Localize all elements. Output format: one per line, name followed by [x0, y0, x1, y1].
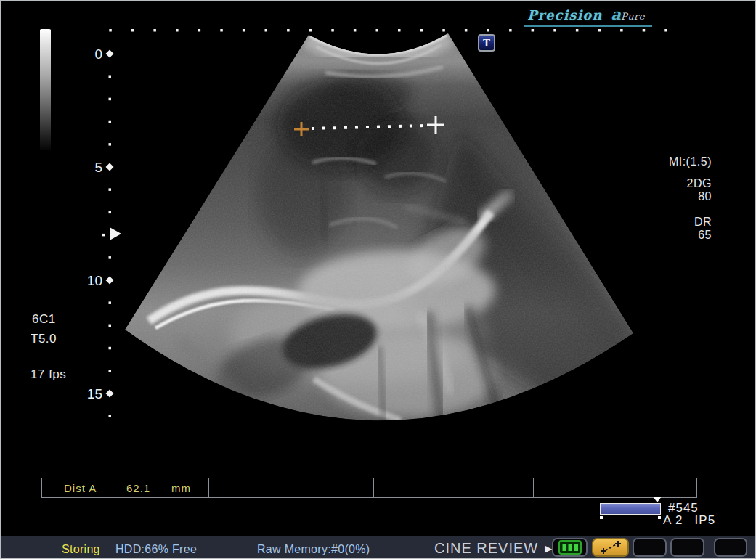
ultrasound-screen: 051015 Precision a Pure 6C1 T5.0 17 fps … — [0, 0, 756, 559]
ultrasound-image: 051015 — [1, 1, 756, 559]
cine-position-marker[interactable] — [653, 497, 662, 502]
toolbar-button-3[interactable] — [633, 538, 667, 557]
measurement-value: 62.1 — [126, 482, 171, 494]
measurement-unit: mm — [171, 482, 191, 494]
toolbar-button-4[interactable] — [670, 538, 704, 557]
thermal-index-label: T5.0 — [31, 332, 57, 346]
measurement-table: Dist A 62.1 mm — [41, 478, 697, 498]
image-annotation: A 2 IP5 — [663, 513, 715, 528]
cine-review-label: CINE REVIEW ▶ — [434, 540, 553, 557]
cine-range-dot-left — [600, 516, 603, 519]
orientation-marker: T — [478, 34, 495, 52]
width-ruler — [109, 29, 667, 32]
raw-memory-status: Raw Memory:#0(0%) — [257, 543, 370, 556]
gain-label: 2DG — [687, 177, 712, 190]
svg-text:10: 10 — [87, 273, 102, 288]
acoustic-power-label: A 2 — [663, 513, 683, 528]
measurement-cell-empty — [534, 478, 695, 497]
measurement-label: Dist A — [64, 482, 126, 494]
gain-value: 80 — [698, 190, 712, 203]
dynamic-range-value: 65 — [698, 229, 712, 242]
brand-word-precision: Precision — [527, 7, 602, 23]
image-processing-label: IP5 — [695, 513, 716, 528]
toolbar-button-5[interactable] — [714, 538, 747, 557]
cine-progress-bar[interactable] — [600, 503, 661, 515]
caliper-measure-button[interactable] — [592, 538, 629, 557]
measurement-row-dist-a: Dist A 62.1 mm — [42, 478, 209, 497]
cine-review-text: CINE REVIEW — [434, 540, 538, 557]
cine-film-icon — [558, 540, 582, 555]
svg-text:0: 0 — [94, 46, 102, 62]
svg-text:5: 5 — [94, 160, 102, 175]
measurement-cell-empty — [374, 478, 534, 497]
focus-depth-marker — [110, 227, 121, 240]
grayscale-reference-bar — [40, 29, 51, 150]
hdd-free-status: HDD:66% Free — [115, 543, 197, 556]
storing-status: Storing — [62, 543, 100, 556]
brand-logo: Precision a Pure — [524, 5, 652, 27]
brand-word-apure-rest: Pure — [621, 11, 645, 22]
dynamic-range-label: DR — [694, 216, 712, 229]
status-bar: Storing HDD:66% Free Raw Memory:#0(0%) C… — [1, 536, 755, 558]
measurement-cell-empty — [209, 478, 374, 497]
brand-word-apure-initial: a — [611, 5, 621, 23]
cine-film-button[interactable] — [552, 538, 588, 557]
mi-value: MI:(1.5) — [669, 155, 712, 168]
svg-text:15: 15 — [87, 386, 102, 401]
cine-range-dot-right — [658, 516, 661, 519]
fan-image — [110, 23, 648, 488]
probe-label: 6C1 — [32, 312, 56, 327]
caliper-measure-icon — [600, 540, 622, 555]
frame-rate-label: 17 fps — [31, 367, 66, 382]
